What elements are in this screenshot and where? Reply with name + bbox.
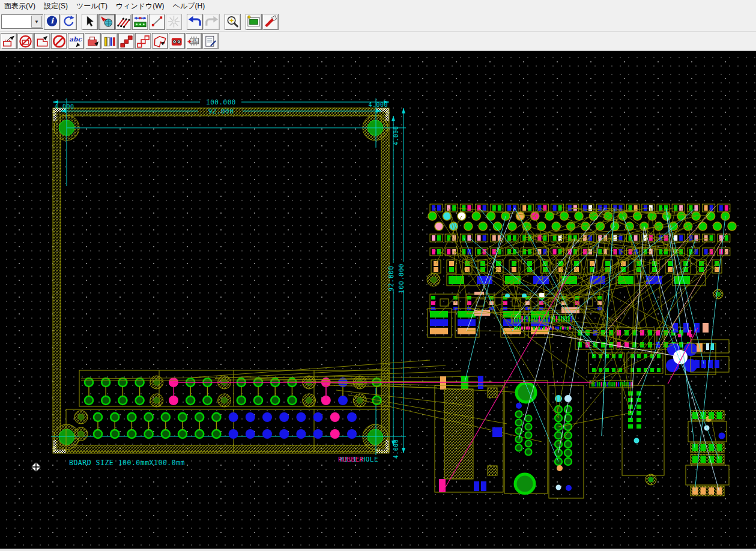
zoom-icon	[225, 14, 240, 29]
paste-component-button[interactable]	[85, 33, 101, 49]
menu-item-window[interactable]: ウィンドウ(W)	[112, 1, 169, 12]
svg-text:BOARD SIZE 100.0mmX100.0mm: BOARD SIZE 100.0mmX100.0mm	[69, 459, 185, 467]
sheet-icon	[203, 34, 218, 49]
flash-mode-button[interactable]	[166, 14, 182, 30]
svg-text:100.000: 100.000	[206, 98, 236, 106]
move-part-button[interactable]	[98, 14, 115, 30]
pcb-drawing[interactable]: 100.00092.0004.0004.00092.000100.0004.00…	[0, 52, 756, 549]
svg-text:4.000: 4.000	[393, 439, 399, 459]
undo-button[interactable]	[187, 14, 203, 30]
board-size-label: BOARD SIZE 100.0mmX100.0mm	[69, 459, 185, 467]
menu-item-settings[interactable]: 設定(S)	[40, 1, 72, 12]
route-open-icon	[136, 34, 151, 49]
unroute-button[interactable]	[135, 33, 151, 49]
menu-bar: 面表示(V)設定(S)ツール(T)ウィンドウ(W)ヘルプ(H)	[0, 0, 756, 12]
info-button[interactable]: i	[44, 14, 60, 30]
svg-text:RUBBER: RUBBER	[338, 456, 364, 463]
menu-item-tools[interactable]: ツール(T)	[72, 1, 112, 12]
ic-part-button[interactable]: U17400	[186, 33, 202, 49]
paste-comp-icon	[85, 34, 100, 49]
menu-item-help[interactable]: ヘルプ(H)	[169, 1, 210, 12]
refresh-icon	[61, 14, 76, 29]
window-frame-bottom	[0, 549, 756, 551]
sheet-settings-button[interactable]	[202, 33, 219, 49]
pad-edit-icon	[169, 34, 184, 49]
route-button[interactable]	[118, 33, 135, 49]
capture-button[interactable]	[246, 14, 262, 30]
component-cluster	[427, 204, 736, 498]
pad-edit-button[interactable]	[169, 33, 185, 49]
capture-icon	[246, 14, 261, 29]
library-icon	[102, 34, 117, 49]
redo-icon	[204, 14, 219, 29]
zoom-button[interactable]	[225, 14, 241, 30]
pcb-canvas[interactable]: 100.00092.0004.0004.00092.000100.0004.00…	[0, 52, 756, 549]
application-window: 面表示(V)設定(S)ツール(T)ウィンドウ(W)ヘルプ(H) ▼ i abcU…	[0, 0, 756, 551]
svg-text:100.000: 100.000	[398, 263, 405, 294]
area-select-icon	[153, 34, 168, 49]
svg-text:92.000: 92.000	[387, 266, 395, 292]
origin-marker	[30, 461, 42, 473]
text-tool-button[interactable]: abc	[68, 33, 84, 49]
select-cursor-button[interactable]	[82, 14, 98, 30]
toolbar-edit: abcU17400	[0, 32, 756, 51]
route-filled-icon	[119, 34, 134, 49]
draw-line-button[interactable]	[149, 14, 165, 30]
toolbar-main: ▼ i	[0, 12, 756, 32]
prohibit-button[interactable]	[51, 33, 67, 49]
area-select-button[interactable]	[152, 33, 168, 49]
board-dim-icon	[133, 14, 148, 29]
rotate-view-button[interactable]	[61, 14, 77, 30]
chevron-down-icon[interactable]: ▼	[31, 16, 42, 28]
hole-label: M3.1 HOLERUBBER	[338, 456, 378, 463]
clean-button[interactable]	[262, 14, 279, 30]
move-outline-icon	[35, 34, 50, 49]
info-icon: i	[44, 14, 59, 29]
svg-text:abc: abc	[69, 35, 82, 43]
menu-item-view[interactable]: 面表示(V)	[0, 1, 40, 12]
layer-select[interactable]: ▼	[1, 14, 43, 29]
move-component-button[interactable]	[1, 33, 17, 49]
cursor-icon	[82, 14, 97, 29]
svg-text:4.000: 4.000	[55, 103, 74, 110]
text-tool-icon: abc	[68, 34, 83, 49]
ratsnest-icon	[116, 14, 131, 29]
flash-icon	[166, 14, 181, 29]
library-button[interactable]	[101, 33, 118, 49]
lock-comp-icon	[18, 34, 33, 49]
move-outline-button[interactable]	[34, 33, 50, 49]
svg-text:4.000: 4.000	[368, 101, 388, 108]
lock-component-button[interactable]	[17, 33, 34, 49]
prohibit-icon	[52, 34, 67, 49]
svg-text:7400: 7400	[191, 41, 198, 44]
board-dimension-button[interactable]	[132, 14, 148, 30]
move-comp-icon	[1, 34, 16, 49]
ic-part-icon: U17400	[186, 34, 201, 49]
move-part-icon	[99, 14, 114, 29]
undo-icon	[187, 14, 202, 29]
clean-icon	[263, 14, 278, 29]
draw-line-icon	[150, 14, 165, 29]
svg-text:92.000: 92.000	[208, 107, 234, 115]
ratsnest-button[interactable]	[115, 14, 132, 30]
svg-text:4.000: 4.000	[393, 126, 399, 146]
redo-button[interactable]	[204, 14, 220, 30]
